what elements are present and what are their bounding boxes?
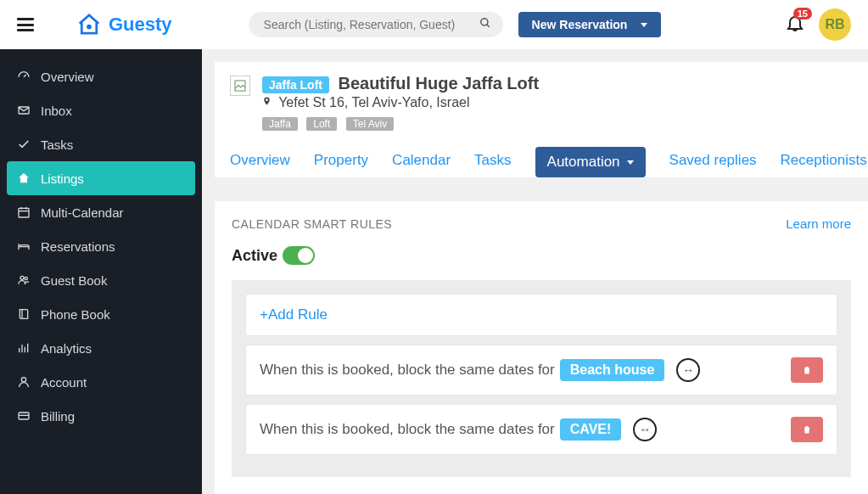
sidebar-item-guest-book[interactable]: Guest Book bbox=[0, 263, 202, 297]
svg-point-10 bbox=[25, 277, 27, 279]
brand-name: Guesty bbox=[109, 14, 172, 36]
bidirectional-arrow-icon[interactable]: ↔ bbox=[676, 358, 700, 382]
rule-prefix-text: When this is booked, block the same date… bbox=[260, 421, 555, 438]
sidebar-item-account[interactable]: Account bbox=[0, 365, 202, 399]
sidebar-item-tasks[interactable]: Tasks bbox=[0, 127, 202, 161]
sidebar-item-billing[interactable]: Billing bbox=[0, 399, 202, 433]
listing-header: Jaffa Loft Beautiful Huge Jaffa Loft Yef… bbox=[215, 62, 868, 143]
sidebar-item-label: Guest Book bbox=[41, 273, 107, 288]
new-reservation-label: New Reservation bbox=[532, 18, 628, 31]
tab-receptionists[interactable]: Receptionists bbox=[781, 152, 867, 177]
brand-logo[interactable]: Guesty bbox=[76, 12, 172, 37]
sidebar: Overview Inbox Tasks Listings Multi-Cale… bbox=[0, 49, 202, 494]
tab-calendar[interactable]: Calendar bbox=[392, 152, 451, 177]
avatar-initials: RB bbox=[825, 17, 844, 32]
tab-automation[interactable]: Automation bbox=[535, 147, 646, 177]
sidebar-item-listings[interactable]: Listings bbox=[7, 161, 195, 195]
search-input[interactable] bbox=[249, 12, 503, 37]
menu-toggle[interactable] bbox=[17, 18, 34, 31]
svg-line-3 bbox=[24, 75, 26, 77]
sidebar-item-label: Account bbox=[41, 375, 87, 390]
listing-tabs: Overview Property Calendar Tasks Automat… bbox=[215, 143, 868, 177]
top-header: Guesty New Reservation 15 RB bbox=[0, 0, 868, 49]
svg-rect-5 bbox=[19, 208, 29, 217]
listing-title: Beautiful Huge Jaffa Loft bbox=[338, 74, 539, 93]
image-placeholder-icon bbox=[233, 79, 247, 93]
new-reservation-button[interactable]: New Reservation bbox=[518, 12, 662, 37]
book-icon bbox=[15, 307, 32, 321]
listing-tags: Jaffa Loft Tel Aviv bbox=[262, 115, 539, 131]
svg-point-16 bbox=[21, 378, 25, 382]
svg-line-2 bbox=[486, 25, 489, 27]
listing-tag: Tel Aviv bbox=[346, 117, 394, 131]
house-icon bbox=[76, 12, 102, 37]
sidebar-item-multi-calendar[interactable]: Multi-Calendar bbox=[0, 195, 202, 229]
main-content: Jaffa Loft Beautiful Huge Jaffa Loft Yef… bbox=[202, 49, 868, 494]
credit-card-icon bbox=[15, 409, 32, 423]
rules-container: +Add Rule When this is booked, block the… bbox=[232, 280, 851, 477]
listing-address-row: Yefet St 16, Tel Aviv-Yafo, Israel bbox=[262, 95, 539, 110]
active-toggle-row: Active bbox=[232, 246, 851, 265]
bed-icon bbox=[15, 239, 32, 253]
trash-icon bbox=[802, 364, 812, 376]
caret-down-icon bbox=[627, 160, 634, 165]
sidebar-item-label: Overview bbox=[41, 70, 94, 84]
sidebar-item-label: Tasks bbox=[41, 138, 73, 152]
search-icon[interactable] bbox=[479, 17, 491, 32]
rule-target-pill[interactable]: CAVE! bbox=[560, 418, 622, 441]
active-label: Active bbox=[232, 247, 277, 265]
rule-row: When this is booked, block the same date… bbox=[245, 345, 837, 396]
sidebar-item-label: Listings bbox=[41, 171, 84, 186]
notifications-bell[interactable]: 15 bbox=[785, 13, 805, 36]
sidebar-item-label: Phone Book bbox=[41, 307, 110, 322]
svg-point-1 bbox=[480, 19, 487, 25]
caret-down-icon bbox=[641, 23, 647, 27]
trash-icon bbox=[802, 424, 812, 435]
sidebar-item-label: Multi-Calendar bbox=[41, 205, 124, 220]
svg-point-9 bbox=[20, 276, 24, 279]
search-wrapper bbox=[249, 12, 503, 37]
calendar-icon bbox=[15, 205, 32, 219]
rule-row: When this is booked, block the same date… bbox=[245, 404, 837, 455]
home-icon bbox=[15, 171, 32, 185]
listing-tag: Jaffa bbox=[262, 117, 298, 131]
avatar[interactable]: RB bbox=[819, 8, 851, 41]
learn-more-link[interactable]: Learn more bbox=[786, 216, 851, 231]
sidebar-item-inbox[interactable]: Inbox bbox=[0, 93, 202, 127]
rule-target-pill[interactable]: Beach house bbox=[560, 359, 665, 381]
delete-rule-button[interactable] bbox=[791, 417, 823, 442]
add-rule-button[interactable]: +Add Rule bbox=[245, 294, 837, 336]
delete-rule-button[interactable] bbox=[791, 357, 823, 383]
notification-count-badge: 15 bbox=[793, 8, 812, 20]
add-rule-label: +Add Rule bbox=[260, 306, 328, 323]
listing-address: Yefet St 16, Tel Aviv-Yafo, Israel bbox=[278, 95, 469, 109]
header-right: 15 RB bbox=[785, 8, 851, 41]
tab-tasks[interactable]: Tasks bbox=[474, 152, 511, 177]
envelope-icon bbox=[15, 104, 32, 117]
tab-overview[interactable]: Overview bbox=[230, 152, 290, 177]
check-icon bbox=[15, 138, 32, 151]
tab-property[interactable]: Property bbox=[314, 152, 368, 177]
sidebar-item-label: Reservations bbox=[41, 239, 115, 254]
bidirectional-arrow-icon[interactable]: ↔ bbox=[633, 418, 657, 441]
smart-rules-panel: CALENDAR SMART RULES Learn more Active +… bbox=[215, 201, 868, 494]
sidebar-item-overview[interactable]: Overview bbox=[0, 59, 202, 93]
listing-badge: Jaffa Loft bbox=[262, 76, 329, 93]
listing-tag: Loft bbox=[306, 117, 337, 131]
sidebar-item-reservations[interactable]: Reservations bbox=[0, 229, 202, 263]
map-pin-icon bbox=[262, 95, 272, 109]
tachometer-icon bbox=[15, 70, 32, 83]
listing-thumbnail bbox=[230, 76, 250, 96]
rule-prefix-text: When this is booked, block the same date… bbox=[260, 362, 555, 379]
svg-point-0 bbox=[88, 25, 91, 28]
sidebar-item-label: Billing bbox=[41, 409, 75, 424]
tab-saved-replies[interactable]: Saved replies bbox=[669, 152, 757, 177]
users-icon bbox=[15, 273, 32, 287]
panel-title: CALENDAR SMART RULES bbox=[232, 217, 392, 231]
active-toggle[interactable] bbox=[283, 246, 315, 265]
sidebar-item-phone-book[interactable]: Phone Book bbox=[0, 297, 202, 331]
sidebar-item-analytics[interactable]: Analytics bbox=[0, 331, 202, 365]
tab-automation-label: Automation bbox=[547, 154, 620, 171]
chart-icon bbox=[15, 341, 32, 355]
user-icon bbox=[15, 375, 32, 389]
